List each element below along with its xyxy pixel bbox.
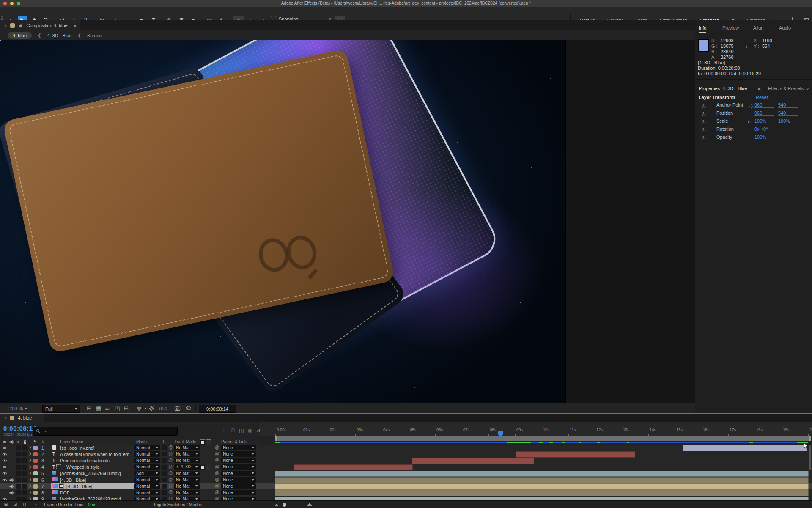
blend-mode-select[interactable]: Normal: [134, 445, 160, 450]
layer-duration-bar[interactable]: [275, 483, 809, 490]
lock-toggle[interactable]: [22, 458, 27, 463]
properties-menu-icon[interactable]: ≡: [758, 86, 760, 91]
lock-toggle[interactable]: [22, 471, 27, 476]
matte-pickwhip-icon[interactable]: @: [168, 497, 173, 500]
layer-row[interactable]: ❯4TWrapped in style.Normal@7. 4. 3D@None: [0, 464, 812, 471]
layer-row[interactable]: ❯7[4. 3D - Blue]Normal@No Mat@None: [0, 483, 812, 490]
composition-viewport[interactable]: [0, 40, 565, 403]
track-matte-select[interactable]: No Mat: [174, 477, 200, 483]
parent-pickwhip-icon[interactable]: @: [215, 458, 219, 462]
track-matte-select[interactable]: No Mat: [174, 451, 200, 457]
eye-toggle[interactable]: [2, 464, 8, 470]
solo-toggle[interactable]: [16, 458, 21, 463]
track-matte-column-header[interactable]: Track Matte: [174, 439, 196, 444]
lock-toggle[interactable]: [22, 445, 27, 450]
mask-visibility-icon[interactable]: ▱: [105, 405, 110, 412]
matte-pickwhip-icon[interactable]: @: [168, 490, 173, 494]
mode-column-header[interactable]: Mode: [136, 439, 147, 444]
breadcrumb-item-comp[interactable]: 4. blue: [8, 32, 32, 39]
layer-row[interactable]: ❯2TA case that knows when to fold 'em.No…: [0, 451, 812, 458]
layer-name[interactable]: A case that knows when to fold 'em.: [60, 452, 131, 457]
breadcrumb-item-layer[interactable]: Screen: [87, 33, 102, 38]
reset-link[interactable]: Reset: [756, 95, 768, 100]
layer-duration-bar[interactable]: [275, 490, 809, 496]
t-switch[interactable]: [162, 445, 167, 450]
t-switch[interactable]: [162, 471, 167, 476]
solo-toggle[interactable]: [16, 478, 21, 482]
eye-toggle[interactable]: [2, 458, 8, 463]
parent-pickwhip-icon[interactable]: @: [215, 477, 219, 482]
frame-blending-icon[interactable]: ◫: [238, 428, 245, 434]
transparency-grid-icon[interactable]: ▦: [96, 405, 101, 412]
blend-mode-select[interactable]: Normal: [134, 497, 160, 500]
layer-duration-bar[interactable]: [516, 451, 635, 458]
breadcrumb-item-precomp[interactable]: 4. 3D - Blue: [47, 33, 71, 38]
layer-duration-bar[interactable]: [683, 445, 807, 451]
eye-toggle[interactable]: [2, 490, 8, 495]
close-tab-icon[interactable]: ×: [4, 23, 7, 28]
track-matte-select[interactable]: No Mat: [174, 445, 200, 450]
audio-toggle[interactable]: [8, 497, 14, 500]
tab-preview[interactable]: Preview: [722, 25, 739, 30]
label-color-chip[interactable]: [33, 471, 38, 475]
solo-toggle[interactable]: [16, 497, 21, 500]
graph-editor-icon[interactable]: ⊿: [255, 428, 262, 434]
toggle-switches-modes-button[interactable]: Toggle Switches / Modes: [131, 502, 224, 507]
layer-row[interactable]: ❯3TPremium made materials.Normal@No Mat@…: [0, 457, 812, 464]
layer-duration-bar[interactable]: [275, 477, 809, 483]
audio-toggle[interactable]: [8, 490, 14, 495]
channels-icon[interactable]: [136, 405, 147, 412]
t-switch[interactable]: [162, 452, 167, 456]
audio-toggle[interactable]: [8, 471, 14, 476]
property-value[interactable]: 960: [754, 102, 774, 108]
matte-invert-icon[interactable]: [206, 465, 211, 470]
exposure-value[interactable]: +0.0: [158, 405, 167, 412]
blend-mode-select[interactable]: Normal: [134, 477, 160, 483]
resolution-select[interactable]: Full: [42, 405, 80, 413]
close-tab-icon[interactable]: ×: [4, 415, 7, 420]
matte-pickwhip-icon[interactable]: @: [168, 445, 173, 450]
track-matte-select[interactable]: No Mat: [174, 483, 200, 489]
zoom-in-mountain-icon[interactable]: [307, 503, 312, 506]
parent-select[interactable]: None: [221, 490, 256, 495]
playhead-line[interactable]: [501, 436, 502, 500]
layer-row[interactable]: ❯1[sp_logo_inv.png]Normal@No Mat@None: [0, 445, 812, 451]
track-matte-select[interactable]: No Mat: [174, 497, 200, 500]
eye-toggle[interactable]: [2, 451, 8, 457]
eye-toggle[interactable]: [2, 471, 8, 476]
stopwatch-icon[interactable]: [701, 135, 706, 143]
stopwatch-icon[interactable]: [701, 119, 706, 126]
layer-name[interactable]: [sp_logo_inv.png]: [60, 445, 95, 450]
layer-name[interactable]: [AdobeStock_236526668.mov]: [60, 471, 121, 476]
lock-toggle[interactable]: [22, 484, 27, 489]
region-of-interest-icon[interactable]: ◰: [115, 405, 120, 412]
blend-mode-select[interactable]: Add: [134, 471, 160, 476]
layer-name[interactable]: Wrapped in style.: [66, 464, 101, 470]
property-value[interactable]: 960: [754, 110, 774, 116]
parent-select[interactable]: None: [221, 464, 256, 470]
label-color-chip[interactable]: [33, 497, 38, 500]
property-value[interactable]: 0x +0°: [754, 126, 774, 132]
search-input[interactable]: [33, 427, 178, 436]
layer-row[interactable]: ❯6[4. 3D - Blue]Normal@No Mat@None: [0, 477, 812, 483]
toggle-inout-panes-icon[interactable]: ⟨⟩: [21, 502, 28, 507]
layer-row[interactable]: ❯8DOFNormal@No Mat@None: [0, 489, 812, 496]
blend-mode-select[interactable]: Normal: [134, 458, 160, 463]
t-switch[interactable]: [162, 497, 167, 500]
layer-name[interactable]: [AdobeStock_762268428.mov]: [60, 497, 121, 500]
panel-menu-icon[interactable]: ≡: [74, 23, 76, 28]
property-value[interactable]: 100%: [754, 135, 774, 140]
parent-pickwhip-icon[interactable]: @: [215, 464, 219, 469]
t-switch[interactable]: [162, 458, 167, 463]
parent-select[interactable]: None: [221, 497, 256, 500]
expand-arrow-icon[interactable]: ❯: [29, 471, 32, 475]
current-timecode[interactable]: 0:00:08:14: [3, 425, 36, 432]
t-switch[interactable]: [162, 465, 167, 470]
info-menu-icon[interactable]: ≡: [710, 25, 713, 30]
layer-duration-bar[interactable]: [412, 458, 534, 464]
layer-duration-bar[interactable]: [275, 497, 809, 500]
lock-toggle[interactable]: [22, 478, 27, 482]
label-color-chip[interactable]: [33, 452, 38, 456]
grid-guides-icon[interactable]: ⊞: [87, 405, 91, 412]
layer-name[interactable]: [4. 3D - Blue]: [66, 484, 92, 489]
